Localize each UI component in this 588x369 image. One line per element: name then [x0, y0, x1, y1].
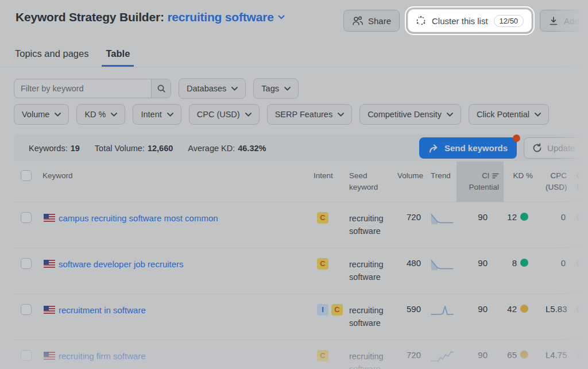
kd-filter-label: KD % [84, 110, 106, 119]
cpc-value: L4.75 [546, 340, 574, 369]
tags-filter[interactable]: Tags [253, 78, 299, 99]
competitive-density-label: Competitive Density [368, 110, 442, 119]
click-potential-filter[interactable]: Click Potential [469, 104, 549, 125]
kd-filter[interactable]: KD % [76, 104, 125, 125]
filters-section: Databases Tags Volume KD % Intent CPC (U… [0, 67, 588, 125]
list-name: recruiting software [167, 10, 273, 24]
column-header-trend: Trend [423, 162, 457, 202]
row-checkbox[interactable] [21, 350, 32, 361]
chevron-down-icon [338, 113, 344, 117]
column-header-competitive-density[interactable]: Com.Density [574, 162, 588, 202]
databases-label: Databases [187, 84, 226, 93]
row-checkbox[interactable] [21, 304, 32, 315]
cpc-value: 0 [546, 248, 574, 294]
keyword-filter-input[interactable] [14, 79, 151, 98]
keyword-link[interactable]: recruitment in software [59, 304, 146, 316]
cluster-this-list-button[interactable]: Cluster this list 12/50 [408, 9, 532, 32]
us-flag-icon [44, 352, 55, 360]
header-buttons: Share Cluster this list 12/50 Add keywor… [343, 9, 588, 32]
trend-sparkline [431, 258, 454, 271]
cpc-filter-label: CPC (USD) [197, 110, 240, 119]
send-keywords-label: Send keywords [444, 143, 508, 153]
keywords-count: Keywords:19 [29, 144, 80, 153]
intent-filter[interactable]: Intent [133, 104, 181, 125]
serp-features-filter[interactable]: SERP Features [267, 104, 352, 125]
column-header-cpc[interactable]: CPC(USD) [546, 162, 574, 202]
kd-value: 12 [504, 212, 528, 222]
tags-label: Tags [261, 84, 279, 93]
cpc-value: 0 [546, 202, 574, 248]
kd-difficulty-dot [520, 259, 528, 267]
click-potential-value: 90 [457, 202, 504, 248]
download-icon [548, 16, 559, 26]
search-button[interactable] [151, 79, 171, 98]
chevron-down-icon [111, 113, 117, 117]
chevron-down-icon [55, 113, 61, 117]
chevron-down-icon [278, 15, 285, 20]
keyword-link[interactable]: recruiting firm software [59, 350, 146, 362]
update-label: Update [547, 143, 575, 153]
search-icon [157, 84, 166, 93]
add-keywords-button[interactable]: Add keywords [540, 10, 588, 32]
summary-bar: Keywords:19 Total Volume:12,660 Average … [14, 134, 588, 162]
select-all-checkbox[interactable] [21, 170, 32, 181]
keyword-link[interactable]: software developer job recruiters [59, 258, 184, 270]
update-button[interactable]: Update [524, 137, 583, 159]
column-header-seed-keyword[interactable]: Seedkeyword [345, 162, 397, 202]
kd-value: 65 [504, 350, 528, 360]
volume-value: 720 [397, 202, 423, 248]
volume-value: 720 [397, 340, 423, 369]
share-button[interactable]: Share [343, 10, 400, 32]
column-header-kd[interactable]: KD % [504, 162, 546, 202]
competitive-density-value: 0.54 [574, 340, 588, 369]
filter-row-2: Volume KD % Intent CPC (USD) SERP Featur… [14, 104, 588, 125]
page-title-text: Keyword Strategy Builder: [16, 10, 164, 24]
kd-value: 42 [504, 304, 528, 314]
total-volume: Total Volume:12,660 [95, 144, 173, 153]
column-header-click-potential[interactable]: Cl Potential [457, 162, 504, 202]
kd-difficulty-dot [520, 351, 528, 359]
trend-sparkline [431, 350, 454, 363]
volume-filter[interactable]: Volume [14, 104, 69, 125]
chevron-down-icon [245, 113, 252, 117]
us-flag-icon [44, 260, 55, 268]
list-name-dropdown[interactable]: recruiting software [167, 10, 284, 24]
competitive-density-value: 0 [574, 248, 588, 294]
intent-badge-commercial: C [317, 350, 328, 362]
add-keywords-label: Add keywords [564, 16, 588, 26]
competitive-density-value: 0.41 [574, 294, 588, 340]
column-header-intent[interactable]: Intent [309, 162, 345, 202]
cluster-label: Cluster this list [432, 16, 488, 26]
tab-table[interactable]: Table [102, 48, 134, 67]
tab-topics-and-pages[interactable]: Topics and pages [14, 48, 90, 67]
column-header-volume[interactable]: Volume [397, 162, 423, 202]
intent-filter-label: Intent [141, 110, 161, 119]
keywords-card: Keywords:19 Total Volume:12,660 Average … [14, 134, 588, 369]
competitive-density-filter[interactable]: Competitive Density [359, 104, 461, 125]
row-checkbox[interactable] [21, 258, 32, 269]
keyword-link[interactable]: campus recruiting software most common [59, 212, 218, 224]
intent-badge-commercial: C [331, 304, 343, 316]
column-header-keyword[interactable]: Keyword [39, 162, 309, 202]
notification-dot [513, 134, 520, 142]
send-arrow-icon [428, 144, 439, 153]
seed-keyword: recruiting software [345, 340, 397, 369]
intent-badge-commercial: C [317, 258, 328, 270]
table-row: campus recruiting software most common C… [14, 202, 588, 248]
sort-descending-icon [492, 173, 499, 179]
trend-sparkline [431, 304, 454, 317]
summary-actions: Send keywords Update [419, 137, 583, 159]
cpc-filter[interactable]: CPC (USD) [189, 104, 260, 125]
intent-badge-commercial: C [317, 212, 328, 224]
filter-row-1: Databases Tags [14, 78, 588, 99]
volume-value: 480 [397, 248, 423, 294]
send-keywords-button[interactable]: Send keywords [419, 137, 517, 159]
databases-filter[interactable]: Databases [179, 78, 246, 99]
cluster-count-badge: 12/50 [494, 15, 524, 27]
click-potential-label: Click Potential [477, 110, 529, 119]
people-icon [352, 16, 363, 26]
row-checkbox[interactable] [21, 212, 32, 223]
cpc-value: L5.83 [546, 294, 574, 340]
volume-filter-label: Volume [22, 110, 49, 119]
table-row: recruitment in software I C recruiting s… [14, 294, 588, 340]
